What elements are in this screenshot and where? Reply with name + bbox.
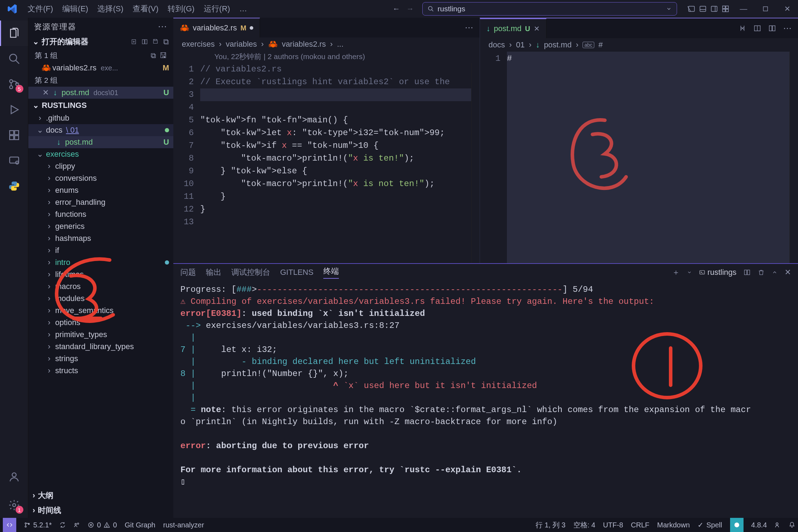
tab-variables2[interactable]: 🦀 variables2.rs M xyxy=(173,18,260,37)
git-branch[interactable]: 5.2.1* xyxy=(24,521,52,529)
folder-functions[interactable]: ›functions xyxy=(28,208,173,220)
menu-view[interactable]: 查看(V) xyxy=(129,2,162,16)
code-editor-right[interactable]: 1 # xyxy=(480,52,798,263)
feedback-icon[interactable] xyxy=(775,522,781,528)
file-post.md[interactable]: ↓post.mdU xyxy=(28,136,173,148)
eol-status[interactable]: CRLF xyxy=(631,521,649,529)
panel-tab-output[interactable]: 输出 xyxy=(206,267,221,278)
layout-left-icon[interactable] xyxy=(688,5,695,13)
command-center-search[interactable]: rustlings xyxy=(422,2,677,16)
folder-exercises[interactable]: ⌄exercises xyxy=(28,148,173,160)
tab-postmd[interactable]: ↓ post.md U ✕ xyxy=(480,18,547,38)
new-untitled-icon[interactable] xyxy=(131,39,137,45)
window-close[interactable]: ✕ xyxy=(780,1,795,17)
more-actions-icon[interactable]: ⋯ xyxy=(158,21,168,32)
new-terminal-icon[interactable]: ＋ xyxy=(672,267,680,278)
folder-standard_library_types[interactable]: ›standard_library_types xyxy=(28,341,173,353)
activity-account[interactable] xyxy=(0,464,28,490)
menu-run[interactable]: 运行(R) xyxy=(200,2,234,16)
close-all-icon[interactable] xyxy=(163,39,169,45)
open-editor-variables2[interactable]: 🦀 variables2.rs exe... M xyxy=(28,62,173,74)
git-graph-status[interactable]: Git Graph xyxy=(125,521,156,529)
split-editor-icon[interactable] xyxy=(768,24,776,32)
prettier-status[interactable] xyxy=(730,518,744,532)
kill-terminal-icon[interactable] xyxy=(758,269,765,276)
panel-tab-terminal[interactable]: 终端 xyxy=(323,266,339,279)
folder-hashmaps[interactable]: ›hashmaps xyxy=(28,232,173,244)
outline-section[interactable]: ›大纲 xyxy=(28,488,173,503)
more-icon[interactable]: ⋯ xyxy=(783,23,792,33)
window-maximize[interactable] xyxy=(758,1,773,17)
spell-check-status[interactable]: ✓ Spell xyxy=(698,521,722,529)
rust-analyzer-status[interactable]: rust-analyzer xyxy=(163,521,204,529)
folder-structs[interactable]: ›structs xyxy=(28,365,173,377)
menu-more[interactable]: … xyxy=(236,3,251,15)
folder-docs[interactable]: ⌄docs\ 01 xyxy=(28,124,173,136)
folder-intro[interactable]: ›intro xyxy=(28,256,173,268)
activity-python[interactable] xyxy=(0,173,28,199)
terminal-profile-icon[interactable]: rustlings xyxy=(699,268,736,277)
language-mode[interactable]: Markdown xyxy=(657,521,690,529)
problems-status[interactable]: 0 0 xyxy=(88,521,117,529)
panel-tab-gitlens[interactable]: GITLENS xyxy=(280,268,313,277)
remote-indicator[interactable] xyxy=(3,518,16,532)
layout-right-icon[interactable] xyxy=(710,5,718,13)
window-minimize[interactable]: — xyxy=(736,1,751,17)
folder-move_semantics[interactable]: ›move_semantics xyxy=(28,305,173,317)
chevron-down-icon[interactable] xyxy=(687,270,692,275)
folder-error_handling[interactable]: ›error_handling xyxy=(28,196,173,208)
activity-extensions[interactable] xyxy=(0,122,28,148)
menu-select[interactable]: 选择(S) xyxy=(94,2,127,16)
folder-lifetimes[interactable]: ›lifetimes xyxy=(28,268,173,281)
folder-clippy[interactable]: ›clippy xyxy=(28,160,173,172)
breadcrumb-left[interactable]: exercises› variables› 🦀 variables2.rs› .… xyxy=(173,37,480,51)
cursor-position[interactable]: 行 1, 列 3 xyxy=(536,520,565,530)
menu-edit[interactable]: 编辑(E) xyxy=(59,2,92,16)
panel-tab-problems[interactable]: 问题 xyxy=(180,267,196,278)
open-editors-section[interactable]: ⌄ 打开的编辑器 xyxy=(28,34,173,49)
save-icon[interactable]: 🖫 xyxy=(160,51,167,60)
chevron-down-icon[interactable] xyxy=(666,6,672,12)
save-all-icon[interactable] xyxy=(152,39,158,45)
folder-macros[interactable]: ›macros xyxy=(28,281,173,293)
chevron-up-icon[interactable] xyxy=(772,270,777,275)
open-preview-icon[interactable] xyxy=(753,24,761,32)
version-status[interactable]: 4.8.4 xyxy=(751,521,767,529)
compare-changes-icon[interactable] xyxy=(739,24,746,32)
indentation-status[interactable]: 空格: 4 xyxy=(573,520,595,530)
nav-back-icon[interactable]: ← xyxy=(393,5,400,13)
terminal[interactable]: Progress: [###>-------------------------… xyxy=(173,281,798,518)
layout-bottom-icon[interactable] xyxy=(699,5,707,13)
folder-.github[interactable]: ›.github xyxy=(28,112,173,124)
folder-options[interactable]: ›options xyxy=(28,317,173,329)
open-editor-postmd[interactable]: ✕ ↓ post.md docs\01 U xyxy=(28,87,173,99)
activity-debug[interactable] xyxy=(0,97,28,122)
breadcrumb-right[interactable]: docs› 01› ↓ post.md› abc # xyxy=(480,38,798,52)
sync-icon[interactable] xyxy=(59,522,66,528)
layout-customize-icon[interactable] xyxy=(722,5,729,13)
folder-enums[interactable]: ›enums xyxy=(28,184,173,196)
copy-icon[interactable]: ⧉ xyxy=(151,51,156,60)
encoding-status[interactable]: UTF-8 xyxy=(603,521,623,529)
folder-modules[interactable]: ›modules xyxy=(28,293,173,305)
notifications-icon[interactable] xyxy=(789,522,795,528)
close-panel-icon[interactable]: ✕ xyxy=(785,268,791,277)
menu-file[interactable]: 文件(F) xyxy=(24,2,57,16)
toggle-layout-icon[interactable] xyxy=(141,39,148,45)
menu-goto[interactable]: 转到(G) xyxy=(164,2,198,16)
gitlens-codelens[interactable]: You, 22秒钟前 | 2 authors (mokou and others… xyxy=(173,51,480,63)
activity-search[interactable] xyxy=(0,46,28,71)
folder-primitive_types[interactable]: ›primitive_types xyxy=(28,329,173,341)
timeline-section[interactable]: ›时间线 xyxy=(28,503,173,518)
activity-remote[interactable] xyxy=(0,148,28,173)
close-icon[interactable]: ✕ xyxy=(534,24,540,33)
split-terminal-icon[interactable] xyxy=(744,269,751,276)
folder-generics[interactable]: ›generics xyxy=(28,220,173,232)
activity-explorer[interactable] xyxy=(0,21,28,46)
code-editor-left[interactable]: 1 2 3 4 5 6 7 8 9 10 11 12 13 // variabl… xyxy=(173,63,480,263)
nav-forward-icon[interactable]: → xyxy=(406,5,414,13)
workspace-section[interactable]: ⌄ RUSTLINGS xyxy=(28,99,173,112)
folder-strings[interactable]: ›strings xyxy=(28,353,173,365)
minimap[interactable] xyxy=(471,63,480,263)
activity-settings[interactable]: 1 xyxy=(0,492,28,518)
